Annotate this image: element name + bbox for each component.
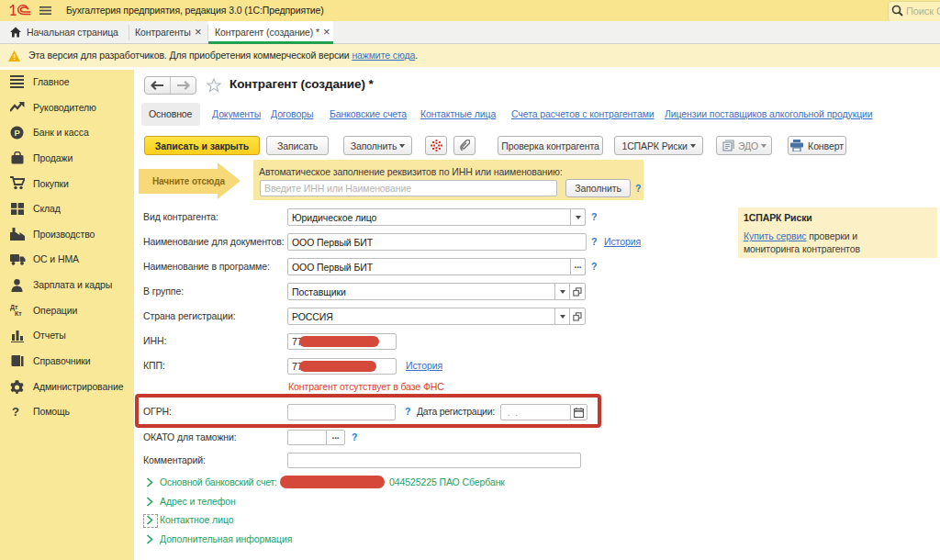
- svg-text:P: P: [14, 128, 20, 138]
